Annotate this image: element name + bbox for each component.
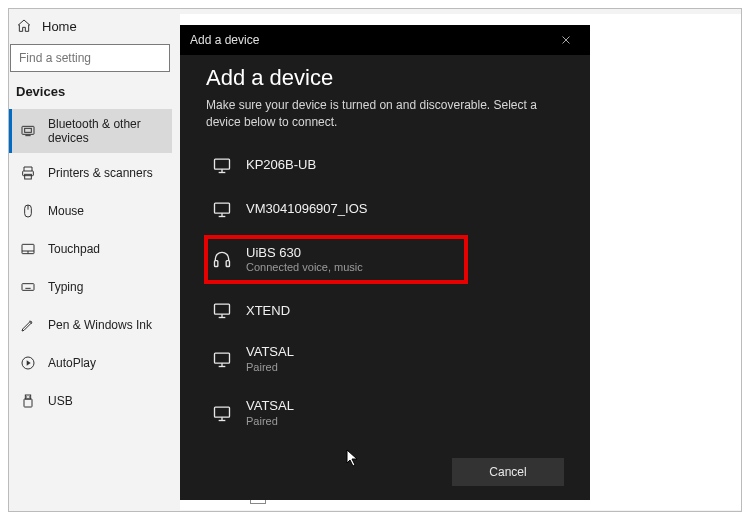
sidebar-item-pen[interactable]: Pen & Windows Ink bbox=[8, 307, 172, 343]
sidebar-home[interactable]: Home bbox=[8, 14, 172, 44]
keyboard-icon bbox=[20, 279, 36, 295]
device-item[interactable]: XTEND bbox=[206, 294, 564, 326]
sidebar-item-label: Pen & Windows Ink bbox=[48, 318, 152, 332]
device-name: XTEND bbox=[246, 303, 290, 319]
display-icon bbox=[212, 199, 232, 219]
svg-rect-19 bbox=[24, 399, 32, 407]
autoplay-icon bbox=[20, 355, 36, 371]
dialog-heading: Add a device bbox=[206, 65, 564, 91]
sidebar-item-usb[interactable]: USB bbox=[8, 383, 172, 419]
device-name: VM3041096907_IOS bbox=[246, 201, 367, 217]
sidebar-item-autoplay[interactable]: AutoPlay bbox=[8, 345, 172, 381]
device-name: VATSAL bbox=[246, 344, 294, 360]
svg-marker-17 bbox=[27, 360, 31, 365]
device-status: Connected voice, music bbox=[246, 261, 363, 274]
svg-rect-9 bbox=[22, 284, 34, 291]
device-name: UiBS 630 bbox=[246, 245, 363, 261]
touchpad-icon bbox=[20, 241, 36, 257]
svg-rect-30 bbox=[215, 261, 218, 267]
svg-rect-35 bbox=[215, 353, 230, 363]
search-input-container[interactable] bbox=[10, 44, 170, 72]
sidebar-item-printers[interactable]: Printers & scanners bbox=[8, 155, 172, 191]
svg-rect-3 bbox=[25, 174, 32, 179]
sidebar-item-label: USB bbox=[48, 394, 73, 408]
dialog-titlebar-text: Add a device bbox=[190, 33, 259, 47]
sidebar-item-label: Touchpad bbox=[48, 242, 100, 256]
sidebar-item-bluetooth[interactable]: Bluetooth & other devices bbox=[8, 109, 172, 153]
sidebar-item-label: Printers & scanners bbox=[48, 166, 153, 180]
sidebar-home-label: Home bbox=[42, 19, 77, 34]
device-list: KP206B-UB VM3041096907_IOS bbox=[206, 149, 564, 450]
bluetooth-icon bbox=[20, 123, 36, 139]
mouse-icon bbox=[20, 203, 36, 219]
device-item[interactable]: VM3041096907_IOS bbox=[206, 193, 564, 225]
display-icon bbox=[212, 349, 232, 369]
svg-rect-24 bbox=[215, 159, 230, 169]
svg-rect-27 bbox=[215, 203, 230, 213]
device-status: Paired bbox=[246, 415, 294, 428]
usb-icon bbox=[20, 393, 36, 409]
device-name: KP206B-UB bbox=[246, 157, 316, 173]
pen-icon bbox=[20, 317, 36, 333]
device-status: Paired bbox=[246, 361, 294, 374]
sidebar-item-label: Typing bbox=[48, 280, 83, 294]
device-item[interactable]: KP206B-UB bbox=[206, 149, 564, 181]
svg-rect-31 bbox=[226, 261, 229, 267]
cancel-button[interactable]: Cancel bbox=[452, 458, 564, 486]
device-name: VATSAL bbox=[246, 398, 294, 414]
sidebar-item-label: Mouse bbox=[48, 204, 84, 218]
svg-rect-18 bbox=[25, 395, 30, 399]
display-icon bbox=[212, 155, 232, 175]
sidebar-item-label: AutoPlay bbox=[48, 356, 96, 370]
svg-rect-38 bbox=[215, 407, 230, 417]
sidebar-item-typing[interactable]: Typing bbox=[8, 269, 172, 305]
printer-icon bbox=[20, 165, 36, 181]
dialog-subtext: Make sure your device is turned on and d… bbox=[206, 97, 564, 131]
svg-rect-0 bbox=[22, 126, 34, 134]
display-icon bbox=[212, 300, 232, 320]
search-input[interactable] bbox=[19, 51, 161, 65]
sidebar-item-touchpad[interactable]: Touchpad bbox=[8, 231, 172, 267]
svg-rect-1 bbox=[25, 128, 32, 132]
dialog-close-button[interactable] bbox=[552, 26, 580, 54]
sidebar-section-header: Devices bbox=[8, 84, 172, 109]
display-icon bbox=[212, 403, 232, 423]
device-item[interactable]: VATSAL Paired bbox=[206, 392, 564, 434]
add-device-dialog: Add a device Add a device Make sure your… bbox=[180, 25, 590, 500]
sidebar-item-mouse[interactable]: Mouse bbox=[8, 193, 172, 229]
settings-sidebar: Home Devices Bluetooth & other devices P… bbox=[8, 14, 172, 510]
dialog-titlebar: Add a device bbox=[180, 25, 590, 55]
svg-rect-32 bbox=[215, 305, 230, 315]
home-icon bbox=[16, 18, 32, 34]
sidebar-item-label: Bluetooth & other devices bbox=[48, 117, 166, 145]
device-item[interactable]: VATSAL Paired bbox=[206, 338, 564, 380]
headphones-icon bbox=[212, 249, 232, 269]
device-item-highlighted[interactable]: UiBS 630 Connected voice, music bbox=[206, 237, 466, 283]
